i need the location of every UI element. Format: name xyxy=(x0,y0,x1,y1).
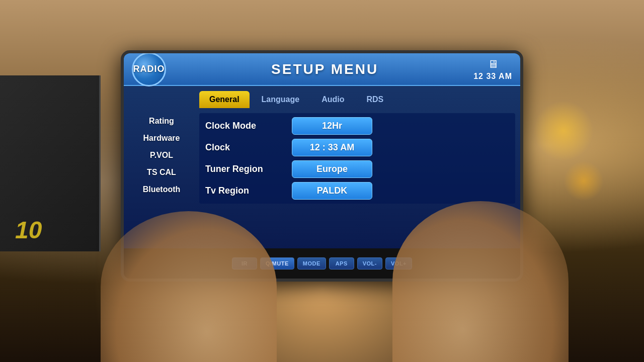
header-time: 12 33 AM xyxy=(473,72,512,81)
left-cabinet: 10 xyxy=(0,75,101,251)
btn-mode[interactable]: MODE xyxy=(297,257,326,269)
header-bar: RADIO SETUP MENU 🖥 12 33 AM xyxy=(124,53,520,86)
sidebar-item-rating[interactable]: Rating xyxy=(129,114,194,129)
sidebar-item-pvol[interactable]: P.VOL xyxy=(129,148,194,163)
clock-mode-label: Clock Mode xyxy=(205,121,286,131)
sidebar-item-bluetooth[interactable]: Bluetooth xyxy=(129,182,194,197)
btn-vol-down[interactable]: VOL- xyxy=(357,257,382,269)
sidebar-item-tscal[interactable]: TS CAL xyxy=(129,165,194,180)
setting-row-clock-mode: Clock Mode 12Hr xyxy=(205,117,509,135)
left-number: 10 xyxy=(15,216,42,244)
tab-audio[interactable]: Audio xyxy=(311,91,354,108)
tab-rds[interactable]: RDS xyxy=(356,91,393,108)
page-title: SETUP MENU xyxy=(176,61,473,77)
sidebar: Rating Hardware P.VOL TS CAL Bluetooth xyxy=(129,91,194,204)
sidebar-item-hardware[interactable]: Hardware xyxy=(129,131,194,146)
tv-region-label: Tv Region xyxy=(205,186,286,196)
clock-value[interactable]: 12 : 33 AM xyxy=(292,139,372,156)
setting-row-tuner-region: Tuner Region Europe xyxy=(205,160,509,178)
bokeh-2 xyxy=(564,161,604,201)
tuner-region-value[interactable]: Europe xyxy=(292,160,372,178)
header-right: 🖥 12 33 AM xyxy=(473,58,512,81)
tab-language[interactable]: Language xyxy=(252,91,310,108)
hand-left xyxy=(101,211,277,362)
btn-aps[interactable]: APS xyxy=(329,257,354,269)
setting-row-tv-region: Tv Region PALDK xyxy=(205,182,509,200)
monitor-icon: 🖥 xyxy=(488,58,499,71)
clock-mode-value[interactable]: 12Hr xyxy=(292,117,372,135)
hand-right xyxy=(392,201,569,362)
bokeh-1 xyxy=(533,101,594,161)
clock-label: Clock xyxy=(205,142,286,153)
setting-row-clock: Clock 12 : 33 AM xyxy=(205,139,509,156)
tab-general[interactable]: General xyxy=(199,91,250,108)
tuner-region-label: Tuner Region xyxy=(205,164,286,174)
main-content: Rating Hardware P.VOL TS CAL Bluetooth G… xyxy=(124,86,520,209)
tv-region-value[interactable]: PALDK xyxy=(292,182,372,200)
radio-badge[interactable]: RADIO xyxy=(132,53,166,86)
settings-panel: Clock Mode 12Hr Clock 12 : 33 AM Tuner R… xyxy=(199,113,515,204)
main-panel: General Language Audio RDS Clock Mode 12… xyxy=(199,91,515,204)
tabs-row: General Language Audio RDS xyxy=(199,91,515,108)
